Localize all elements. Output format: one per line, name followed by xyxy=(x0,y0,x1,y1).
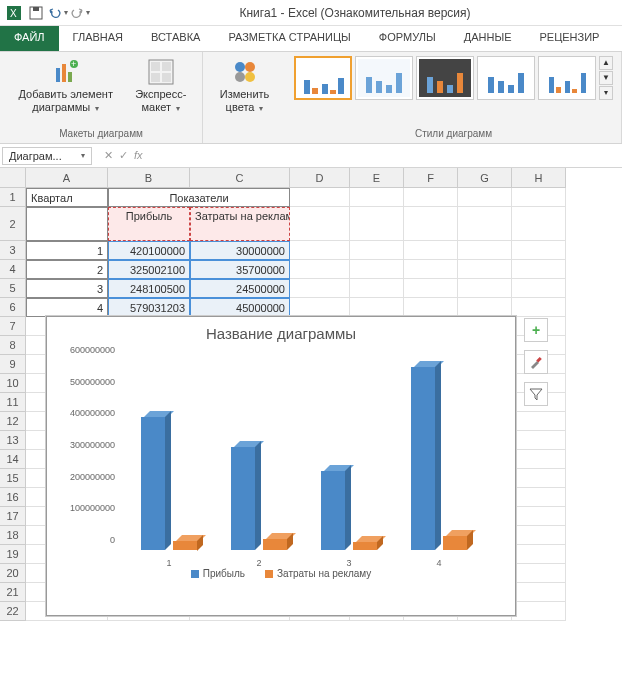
tab-insert[interactable]: ВСТАВКА xyxy=(137,26,214,51)
cell[interactable] xyxy=(458,298,512,317)
row-header[interactable]: 18 xyxy=(0,526,26,545)
cell[interactable] xyxy=(512,207,566,241)
cell[interactable] xyxy=(458,241,512,260)
styles-scroll-up[interactable]: ▲ xyxy=(599,56,613,70)
styles-more[interactable]: ▾ xyxy=(599,86,613,100)
chart-style-5[interactable] xyxy=(538,56,596,100)
row-header[interactable]: 10 xyxy=(0,374,26,393)
col-header[interactable]: H xyxy=(512,168,566,188)
cell[interactable] xyxy=(404,279,458,298)
col-header[interactable]: G xyxy=(458,168,512,188)
select-all-corner[interactable] xyxy=(0,168,26,188)
cell[interactable] xyxy=(290,207,350,241)
chart-legend[interactable]: Прибыль Затраты на рекламу xyxy=(47,560,515,587)
cell[interactable] xyxy=(512,488,566,507)
cell[interactable] xyxy=(404,188,458,207)
chart-style-3[interactable] xyxy=(416,56,474,100)
excel-icon[interactable]: X xyxy=(4,3,24,23)
col-header[interactable]: D xyxy=(290,168,350,188)
cell[interactable] xyxy=(350,298,404,317)
row-header[interactable]: 5 xyxy=(0,279,26,298)
cell[interactable] xyxy=(512,412,566,431)
cell[interactable] xyxy=(512,564,566,583)
cell[interactable] xyxy=(404,298,458,317)
row-header[interactable]: 21 xyxy=(0,583,26,602)
cell[interactable] xyxy=(350,260,404,279)
row-header[interactable]: 16 xyxy=(0,488,26,507)
cell[interactable] xyxy=(290,241,350,260)
col-header[interactable]: A xyxy=(26,168,108,188)
tab-page-layout[interactable]: РАЗМЕТКА СТРАНИЦЫ xyxy=(214,26,364,51)
cell[interactable] xyxy=(290,298,350,317)
add-chart-element-button[interactable]: + Добавить элемент диаграммы ▾ xyxy=(8,56,123,116)
cell[interactable] xyxy=(290,279,350,298)
cell[interactable]: 420100000 xyxy=(108,241,190,260)
cell[interactable] xyxy=(26,207,108,241)
row-header[interactable]: 22 xyxy=(0,602,26,621)
cell[interactable] xyxy=(512,431,566,450)
worksheet-grid[interactable]: A B C D E F G H 1 Квартал Показатели 2 П… xyxy=(0,168,622,621)
change-colors-button[interactable]: Изменить цвета ▾ xyxy=(211,56,278,116)
save-icon[interactable] xyxy=(26,3,46,23)
cell[interactable]: 30000000 xyxy=(190,241,290,260)
row-header[interactable]: 2 xyxy=(0,207,26,241)
row-header[interactable]: 7 xyxy=(0,317,26,336)
chart-filter-button[interactable] xyxy=(524,382,548,406)
name-box[interactable]: Диаграм...▾ xyxy=(2,147,92,165)
cell[interactable]: 248100500 xyxy=(108,279,190,298)
cell[interactable] xyxy=(512,279,566,298)
cell[interactable]: 325002100 xyxy=(108,260,190,279)
cell[interactable] xyxy=(512,260,566,279)
cell[interactable] xyxy=(512,450,566,469)
chart-style-4[interactable] xyxy=(477,56,535,100)
cell[interactable]: 2 xyxy=(26,260,108,279)
row-header[interactable]: 11 xyxy=(0,393,26,412)
row-header[interactable]: 12 xyxy=(0,412,26,431)
cancel-icon[interactable]: ✕ xyxy=(104,149,113,162)
formula-bar[interactable] xyxy=(153,154,622,158)
col-header[interactable]: F xyxy=(404,168,458,188)
cell[interactable]: 1 xyxy=(26,241,108,260)
cell[interactable] xyxy=(350,241,404,260)
row-header[interactable]: 3 xyxy=(0,241,26,260)
chart-elements-button[interactable]: + xyxy=(524,318,548,342)
fx-icon[interactable]: fx xyxy=(134,149,143,162)
tab-home[interactable]: ГЛАВНАЯ xyxy=(59,26,137,51)
cell[interactable] xyxy=(512,188,566,207)
tab-file[interactable]: ФАЙЛ xyxy=(0,26,59,51)
undo-icon[interactable]: ▾ xyxy=(48,3,68,23)
cell[interactable] xyxy=(512,241,566,260)
col-header[interactable]: E xyxy=(350,168,404,188)
chart-object[interactable]: Название диаграммы 010000000020000000030… xyxy=(46,316,516,616)
row-header[interactable]: 9 xyxy=(0,355,26,374)
tab-review[interactable]: РЕЦЕНЗИР xyxy=(525,26,613,51)
cell[interactable]: Прибыль xyxy=(108,207,190,241)
cell[interactable] xyxy=(512,298,566,317)
cell[interactable]: Затраты на рекламу xyxy=(190,207,290,241)
cell[interactable] xyxy=(290,260,350,279)
cell[interactable] xyxy=(458,207,512,241)
row-header[interactable]: 14 xyxy=(0,450,26,469)
cell[interactable] xyxy=(512,469,566,488)
enter-icon[interactable]: ✓ xyxy=(119,149,128,162)
legend-item[interactable]: Затраты на рекламу xyxy=(265,568,371,579)
row-header[interactable]: 6 xyxy=(0,298,26,317)
col-header[interactable]: B xyxy=(108,168,190,188)
row-header[interactable]: 15 xyxy=(0,469,26,488)
cell[interactable] xyxy=(458,188,512,207)
cell[interactable]: Показатели xyxy=(108,188,290,207)
styles-scroll-down[interactable]: ▼ xyxy=(599,71,613,85)
cell[interactable]: 45000000 xyxy=(190,298,290,317)
row-header[interactable]: 4 xyxy=(0,260,26,279)
cell[interactable] xyxy=(404,241,458,260)
cell[interactable]: 35700000 xyxy=(190,260,290,279)
cell[interactable]: 579031203 xyxy=(108,298,190,317)
row-header[interactable]: 17 xyxy=(0,507,26,526)
row-header[interactable]: 20 xyxy=(0,564,26,583)
chart-title[interactable]: Название диаграммы xyxy=(47,317,515,350)
row-header[interactable]: 1 xyxy=(0,188,26,207)
chart-style-2[interactable] xyxy=(355,56,413,100)
cell[interactable]: 24500000 xyxy=(190,279,290,298)
cell[interactable] xyxy=(350,279,404,298)
chart-plot-area[interactable]: 0100000000200000000300000000400000000500… xyxy=(121,350,495,560)
